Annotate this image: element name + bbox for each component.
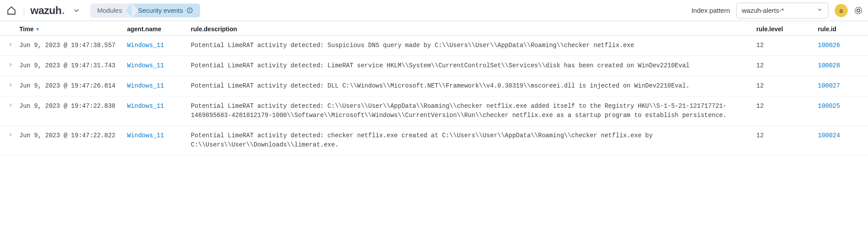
- table-row: Jun 9, 2023 @ 19:47:38.557 Windows_11 Po…: [0, 36, 868, 56]
- breadcrumb: Modules Security events: [90, 0, 200, 21]
- header-divider: [24, 6, 24, 15]
- table-row: Jun 9, 2023 @ 19:47:22.822 Windows_11 Po…: [0, 126, 868, 155]
- index-pattern-select[interactable]: wazuh-alerts-*: [736, 3, 828, 18]
- expand-row-icon[interactable]: [2, 41, 19, 47]
- expand-row-icon[interactable]: [2, 131, 19, 137]
- cell-level: 12: [756, 131, 818, 140]
- cell-rule-id[interactable]: 100024: [818, 131, 866, 140]
- col-id-label: rule.id: [818, 26, 836, 33]
- col-time-label: Time: [19, 26, 33, 33]
- avatar-letter: a: [839, 7, 843, 14]
- home-icon[interactable]: [5, 4, 18, 17]
- header-right: Index pattern wazuh-alerts-* a: [691, 3, 863, 18]
- avatar[interactable]: a: [835, 4, 848, 17]
- svg-point-3: [855, 7, 862, 14]
- logo-dot: .: [62, 4, 65, 17]
- cell-time: Jun 9, 2023 @ 19:47:22.838: [19, 102, 127, 111]
- breadcrumb-modules[interactable]: Modules: [90, 4, 132, 18]
- cell-rule-id[interactable]: 100028: [818, 61, 866, 70]
- col-description-label: rule.description: [191, 26, 237, 33]
- news-feed-icon[interactable]: [854, 6, 863, 15]
- cell-time: Jun 9, 2023 @ 19:47:31.743: [19, 61, 127, 70]
- index-pattern-label: Index pattern: [691, 7, 730, 14]
- index-pattern-value: wazuh-alerts-*: [742, 7, 784, 14]
- logo-text: wazuh: [30, 4, 62, 17]
- chevron-down-icon: [817, 7, 823, 14]
- cell-rule-id[interactable]: 100026: [818, 41, 866, 50]
- col-description[interactable]: rule.description: [191, 26, 756, 33]
- col-time[interactable]: Time ▼: [19, 26, 127, 33]
- app-switcher-chevron-icon[interactable]: [73, 7, 80, 15]
- table-row: Jun 9, 2023 @ 19:47:22.838 Windows_11 Po…: [0, 96, 868, 126]
- breadcrumb-label: Modules: [97, 7, 122, 14]
- cell-level: 12: [756, 102, 818, 111]
- cell-level: 12: [756, 81, 818, 91]
- cell-description: Potential LimeRAT activity detected: che…: [191, 131, 756, 150]
- cell-agent[interactable]: Windows_11: [127, 102, 191, 111]
- cell-agent[interactable]: Windows_11: [127, 81, 191, 91]
- header-bar: wazuh. Modules Security events Index pat…: [0, 0, 868, 21]
- col-level[interactable]: rule.level: [756, 26, 818, 33]
- info-icon[interactable]: [186, 7, 193, 14]
- cell-rule-id[interactable]: 100027: [818, 81, 866, 91]
- breadcrumb-label: Security events: [138, 7, 183, 14]
- cell-rule-id[interactable]: 100025: [818, 102, 866, 111]
- table-row: Jun 9, 2023 @ 19:47:31.743 Windows_11 Po…: [0, 56, 868, 76]
- cell-time: Jun 9, 2023 @ 19:47:22.822: [19, 131, 127, 140]
- cell-agent[interactable]: Windows_11: [127, 41, 191, 50]
- svg-point-2: [190, 9, 190, 10]
- col-id[interactable]: rule.id: [818, 26, 866, 33]
- cell-description: Potential LimeRAT activity detected: Lim…: [191, 61, 756, 70]
- col-level-label: rule.level: [756, 26, 783, 33]
- cell-time: Jun 9, 2023 @ 19:47:26.814: [19, 81, 127, 91]
- cell-time: Jun 9, 2023 @ 19:47:38.557: [19, 41, 127, 50]
- table-row: Jun 9, 2023 @ 19:47:26.814 Windows_11 Po…: [0, 76, 868, 96]
- expand-row-icon[interactable]: [2, 61, 19, 67]
- app-logo[interactable]: wazuh.: [30, 4, 65, 17]
- cell-agent[interactable]: Windows_11: [127, 61, 191, 70]
- col-agent-label: agent.name: [127, 26, 161, 33]
- cell-level: 12: [756, 41, 818, 50]
- events-table: Time ▼ agent.name rule.description rule.…: [0, 21, 868, 155]
- expand-row-icon[interactable]: [2, 81, 19, 88]
- svg-point-4: [857, 9, 860, 12]
- table-header: Time ▼ agent.name rule.description rule.…: [0, 21, 868, 36]
- cell-description: Potential LimeRAT activity detected: DLL…: [191, 81, 756, 91]
- cell-description: Potential LimeRAT activity detected: C:\…: [191, 102, 756, 120]
- cell-agent[interactable]: Windows_11: [127, 131, 191, 140]
- cell-level: 12: [756, 61, 818, 70]
- cell-description: Potential LimeRAT activity detected: Sus…: [191, 41, 756, 50]
- sort-desc-icon: ▼: [35, 27, 40, 32]
- col-agent[interactable]: agent.name: [127, 26, 191, 33]
- expand-row-icon[interactable]: [2, 102, 19, 108]
